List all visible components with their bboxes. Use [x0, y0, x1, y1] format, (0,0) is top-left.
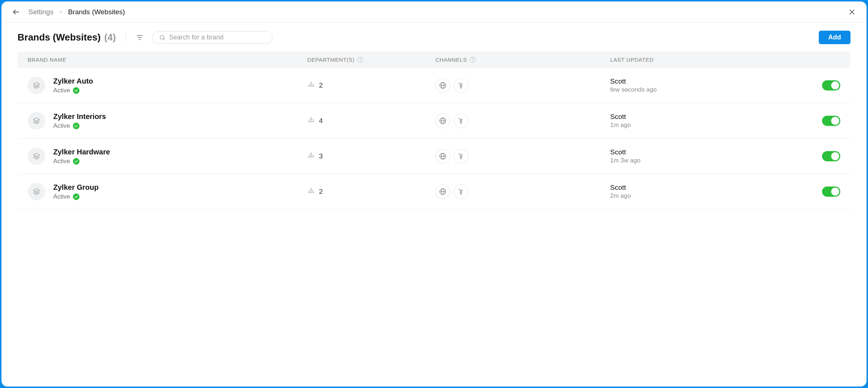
- brand-cell: Zylker Auto Active: [28, 77, 307, 94]
- channels-cell: [435, 78, 610, 93]
- brand-name: Zylker Group: [53, 183, 98, 192]
- brand-avatar: [28, 183, 45, 200]
- channels-cell: [435, 184, 610, 199]
- enable-toggle[interactable]: [822, 151, 840, 161]
- departments-cell: 2: [307, 187, 435, 196]
- org-icon: [307, 81, 315, 90]
- table-row[interactable]: Zylker Group Active 2 Scott 2m ago: [18, 174, 850, 210]
- brand-name: Zylker Interiors: [53, 112, 106, 121]
- brand-name: Zylker Auto: [53, 77, 93, 85]
- close-button[interactable]: [846, 6, 858, 18]
- departments-cell: 4: [307, 116, 435, 126]
- search-input[interactable]: [169, 34, 266, 41]
- check-icon: [73, 87, 80, 94]
- add-button[interactable]: Add: [819, 31, 850, 44]
- brand-avatar: [28, 77, 45, 94]
- channel-signature[interactable]: [454, 78, 468, 93]
- table-row[interactable]: Zylker Interiors Active 4 Scott 1m ago: [18, 103, 850, 139]
- pen-icon: [457, 117, 465, 125]
- globe-icon: [439, 81, 447, 89]
- page-title-text: Brands (Websites): [18, 32, 101, 43]
- channels-cell: [435, 114, 610, 128]
- layers-icon: [32, 81, 40, 89]
- layers-icon: [32, 152, 40, 160]
- col-channels: CHANNELS?: [435, 57, 610, 63]
- toggle-cell: [797, 151, 840, 161]
- org-icon: [307, 152, 315, 161]
- col-departments: DEPARTMENT(S)?: [307, 57, 435, 63]
- updated-when: 2m ago: [610, 192, 797, 200]
- org-icon: [307, 116, 315, 126]
- pen-icon: [457, 152, 465, 160]
- divider: [125, 33, 126, 42]
- last-updated-cell: Scott few seconds ago: [610, 77, 797, 93]
- toolbar: Brands (Websites) (4) Add: [1, 23, 867, 48]
- filter-button[interactable]: [134, 32, 146, 43]
- close-icon: [848, 8, 856, 16]
- updated-by: Scott: [610, 113, 797, 121]
- channel-web[interactable]: [435, 78, 450, 93]
- departments-count: 3: [319, 152, 323, 160]
- channel-signature[interactable]: [454, 184, 468, 199]
- last-updated-cell: Scott 1m ago: [610, 113, 797, 129]
- brands-table: BRAND NAME DEPARTMENT(S)? CHANNELS? LAST…: [1, 48, 867, 220]
- toggle-cell: [797, 80, 840, 91]
- updated-when: 1m 3w ago: [610, 157, 797, 164]
- col-brand-name: BRAND NAME: [28, 57, 307, 63]
- brand-cell: Zylker Hardware Active: [28, 147, 307, 165]
- brand-name: Zylker Hardware: [53, 148, 110, 156]
- channel-signature[interactable]: [454, 149, 468, 164]
- globe-icon: [439, 117, 447, 125]
- arrow-left-icon: [12, 8, 20, 16]
- toggle-cell: [797, 116, 840, 126]
- search-field[interactable]: [152, 31, 272, 44]
- enable-toggle[interactable]: [822, 80, 840, 91]
- globe-icon: [439, 188, 447, 196]
- check-icon: [73, 193, 80, 200]
- check-icon: [73, 123, 80, 129]
- help-icon[interactable]: ?: [470, 57, 476, 63]
- table-row[interactable]: Zylker Hardware Active 3 Scott 1m 3w ago: [18, 139, 850, 174]
- pen-icon: [457, 188, 465, 196]
- brand-avatar: [28, 147, 45, 165]
- departments-count: 4: [319, 117, 323, 125]
- page-title-count: (4): [104, 32, 116, 43]
- globe-icon: [439, 152, 447, 160]
- channel-web[interactable]: [435, 149, 450, 164]
- channel-web[interactable]: [435, 114, 450, 128]
- breadcrumb-bar: Settings Brands (Websites): [1, 1, 867, 23]
- help-icon[interactable]: ?: [357, 57, 363, 63]
- enable-toggle[interactable]: [822, 187, 840, 197]
- brand-status: Active: [53, 158, 110, 165]
- page-title: Brands (Websites) (4): [18, 32, 116, 43]
- channels-cell: [435, 149, 610, 164]
- brand-avatar: [28, 112, 45, 130]
- pen-icon: [457, 81, 465, 89]
- svg-point-6: [160, 35, 164, 39]
- updated-by: Scott: [610, 184, 797, 192]
- updated-when: 1m ago: [610, 122, 797, 129]
- breadcrumb-parent[interactable]: Settings: [28, 8, 54, 16]
- brand-cell: Zylker Interiors Active: [28, 112, 307, 130]
- departments-count: 2: [319, 188, 323, 196]
- filter-icon: [136, 34, 144, 42]
- check-icon: [73, 158, 80, 165]
- back-button[interactable]: [10, 6, 22, 18]
- channel-web[interactable]: [435, 184, 450, 199]
- brand-cell: Zylker Group Active: [28, 183, 307, 200]
- updated-when: few seconds ago: [610, 86, 797, 93]
- last-updated-cell: Scott 2m ago: [610, 184, 797, 200]
- enable-toggle[interactable]: [822, 116, 840, 126]
- table-row[interactable]: Zylker Auto Active 2 Scott few seconds a…: [18, 68, 850, 103]
- channel-signature[interactable]: [454, 114, 468, 128]
- chevron-right-icon: [59, 8, 63, 16]
- svg-line-7: [163, 39, 164, 40]
- brand-status: Active: [53, 87, 93, 94]
- table-header: BRAND NAME DEPARTMENT(S)? CHANNELS? LAST…: [18, 51, 850, 68]
- last-updated-cell: Scott 1m 3w ago: [610, 148, 797, 164]
- updated-by: Scott: [610, 77, 797, 85]
- departments-count: 2: [319, 81, 323, 89]
- col-last-updated: LAST UPDATED: [610, 57, 797, 63]
- breadcrumb-current: Brands (Websites): [68, 8, 125, 16]
- layers-icon: [32, 188, 40, 196]
